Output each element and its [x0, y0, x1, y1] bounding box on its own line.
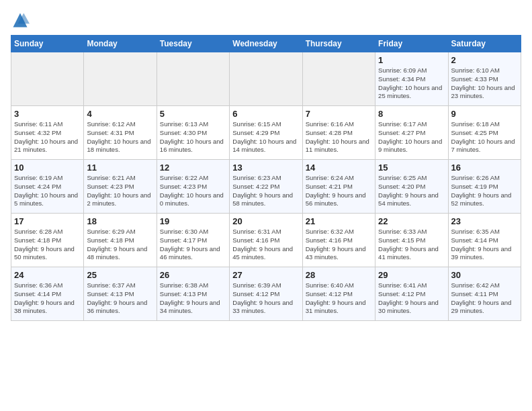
- calendar-cell: 12Sunrise: 6:22 AM Sunset: 4:23 PM Dayli…: [157, 160, 229, 214]
- weekday-header: Thursday: [302, 36, 375, 52]
- day-number: 13: [232, 163, 299, 173]
- calendar-header: SundayMondayTuesdayWednesdayThursdayFrid…: [11, 36, 521, 52]
- day-info: Sunrise: 6:10 AM Sunset: 4:33 PM Dayligh…: [451, 66, 518, 101]
- day-number: 20: [232, 216, 299, 226]
- calendar-cell: [302, 52, 375, 106]
- day-number: 12: [160, 163, 226, 173]
- calendar-cell: 10Sunrise: 6:19 AM Sunset: 4:24 PM Dayli…: [11, 160, 84, 214]
- calendar-cell: [84, 52, 157, 106]
- calendar-cell: 3Sunrise: 6:11 AM Sunset: 4:32 PM Daylig…: [11, 106, 84, 160]
- day-info: Sunrise: 6:13 AM Sunset: 4:30 PM Dayligh…: [160, 120, 226, 154]
- calendar-cell: [157, 52, 229, 106]
- day-info: Sunrise: 6:21 AM Sunset: 4:23 PM Dayligh…: [87, 174, 153, 208]
- calendar-cell: 5Sunrise: 6:13 AM Sunset: 4:30 PM Daylig…: [157, 106, 229, 160]
- day-number: 26: [160, 270, 226, 280]
- weekday-header: Sunday: [11, 36, 84, 52]
- day-number: 7: [306, 109, 372, 119]
- calendar-cell: 15Sunrise: 6:25 AM Sunset: 4:20 PM Dayli…: [375, 160, 448, 214]
- calendar-cell: 9Sunrise: 6:18 AM Sunset: 4:25 PM Daylig…: [448, 106, 521, 160]
- day-info: Sunrise: 6:16 AM Sunset: 4:28 PM Dayligh…: [306, 120, 372, 154]
- calendar-cell: 14Sunrise: 6:24 AM Sunset: 4:21 PM Dayli…: [302, 160, 375, 214]
- calendar-body: 1Sunrise: 6:09 AM Sunset: 4:34 PM Daylig…: [11, 52, 521, 321]
- day-number: 27: [232, 270, 299, 280]
- day-number: 17: [14, 216, 81, 226]
- calendar-table: SundayMondayTuesdayWednesdayThursdayFrid…: [11, 35, 521, 321]
- day-number: 14: [306, 163, 372, 173]
- day-info: Sunrise: 6:29 AM Sunset: 4:18 PM Dayligh…: [87, 228, 153, 262]
- calendar-cell: 23Sunrise: 6:35 AM Sunset: 4:14 PM Dayli…: [448, 214, 521, 267]
- day-number: 15: [378, 163, 445, 173]
- day-info: Sunrise: 6:33 AM Sunset: 4:15 PM Dayligh…: [378, 228, 445, 262]
- weekday-header: Wednesday: [230, 36, 302, 52]
- day-number: 22: [378, 216, 445, 226]
- day-info: Sunrise: 6:19 AM Sunset: 4:24 PM Dayligh…: [14, 174, 81, 208]
- day-number: 18: [87, 216, 153, 226]
- day-info: Sunrise: 6:31 AM Sunset: 4:16 PM Dayligh…: [232, 228, 299, 262]
- day-info: Sunrise: 6:41 AM Sunset: 4:12 PM Dayligh…: [378, 281, 445, 316]
- day-info: Sunrise: 6:39 AM Sunset: 4:12 PM Dayligh…: [232, 281, 299, 316]
- day-number: 8: [378, 109, 445, 119]
- calendar-cell: 30Sunrise: 6:42 AM Sunset: 4:11 PM Dayli…: [448, 267, 521, 321]
- day-info: Sunrise: 6:36 AM Sunset: 4:14 PM Dayligh…: [14, 281, 81, 316]
- calendar-cell: 17Sunrise: 6:28 AM Sunset: 4:18 PM Dayli…: [11, 214, 84, 267]
- day-number: 16: [451, 163, 518, 173]
- calendar-cell: 13Sunrise: 6:23 AM Sunset: 4:22 PM Dayli…: [230, 160, 302, 214]
- calendar-cell: 11Sunrise: 6:21 AM Sunset: 4:23 PM Dayli…: [84, 160, 157, 214]
- day-info: Sunrise: 6:42 AM Sunset: 4:11 PM Dayligh…: [451, 281, 518, 316]
- day-info: Sunrise: 6:22 AM Sunset: 4:23 PM Dayligh…: [160, 174, 226, 208]
- calendar-cell: 27Sunrise: 6:39 AM Sunset: 4:12 PM Dayli…: [230, 267, 302, 321]
- day-number: 19: [160, 216, 226, 226]
- day-number: 5: [160, 109, 226, 119]
- day-info: Sunrise: 6:12 AM Sunset: 4:31 PM Dayligh…: [87, 120, 153, 154]
- day-info: Sunrise: 6:30 AM Sunset: 4:17 PM Dayligh…: [160, 228, 226, 262]
- day-number: 29: [378, 270, 445, 280]
- calendar-cell: 2Sunrise: 6:10 AM Sunset: 4:33 PM Daylig…: [448, 52, 521, 106]
- page-header: [11, 11, 521, 30]
- day-number: 3: [14, 109, 81, 119]
- day-number: 21: [306, 216, 372, 226]
- calendar-cell: 7Sunrise: 6:16 AM Sunset: 4:28 PM Daylig…: [302, 106, 375, 160]
- calendar-cell: [11, 52, 84, 106]
- day-info: Sunrise: 6:18 AM Sunset: 4:25 PM Dayligh…: [451, 120, 518, 154]
- day-number: 25: [87, 270, 153, 280]
- weekday-header: Tuesday: [157, 36, 229, 52]
- day-number: 28: [306, 270, 372, 280]
- day-number: 30: [451, 270, 518, 280]
- weekday-header: Saturday: [448, 36, 521, 52]
- day-info: Sunrise: 6:32 AM Sunset: 4:16 PM Dayligh…: [306, 228, 372, 262]
- day-number: 9: [451, 109, 518, 119]
- calendar-cell: 4Sunrise: 6:12 AM Sunset: 4:31 PM Daylig…: [84, 106, 157, 160]
- day-number: 4: [87, 109, 153, 119]
- calendar-cell: [230, 52, 302, 106]
- calendar-cell: 29Sunrise: 6:41 AM Sunset: 4:12 PM Dayli…: [375, 267, 448, 321]
- day-info: Sunrise: 6:38 AM Sunset: 4:13 PM Dayligh…: [160, 281, 226, 316]
- day-number: 24: [14, 270, 81, 280]
- day-info: Sunrise: 6:11 AM Sunset: 4:32 PM Dayligh…: [14, 120, 81, 154]
- calendar-week-row: 17Sunrise: 6:28 AM Sunset: 4:18 PM Dayli…: [11, 214, 521, 267]
- day-info: Sunrise: 6:17 AM Sunset: 4:27 PM Dayligh…: [378, 120, 445, 154]
- weekday-row: SundayMondayTuesdayWednesdayThursdayFrid…: [11, 36, 521, 52]
- calendar-cell: 22Sunrise: 6:33 AM Sunset: 4:15 PM Dayli…: [375, 214, 448, 267]
- calendar-cell: 6Sunrise: 6:15 AM Sunset: 4:29 PM Daylig…: [230, 106, 302, 160]
- day-number: 6: [232, 109, 299, 119]
- day-number: 10: [14, 163, 81, 173]
- day-number: 1: [378, 55, 445, 65]
- calendar-cell: 19Sunrise: 6:30 AM Sunset: 4:17 PM Dayli…: [157, 214, 229, 267]
- logo-icon: [11, 11, 30, 30]
- calendar-cell: 20Sunrise: 6:31 AM Sunset: 4:16 PM Dayli…: [230, 214, 302, 267]
- calendar-cell: 8Sunrise: 6:17 AM Sunset: 4:27 PM Daylig…: [375, 106, 448, 160]
- weekday-header: Monday: [84, 36, 157, 52]
- day-info: Sunrise: 6:40 AM Sunset: 4:12 PM Dayligh…: [306, 281, 372, 316]
- calendar-cell: 26Sunrise: 6:38 AM Sunset: 4:13 PM Dayli…: [157, 267, 229, 321]
- day-info: Sunrise: 6:26 AM Sunset: 4:19 PM Dayligh…: [451, 174, 518, 208]
- calendar-cell: 16Sunrise: 6:26 AM Sunset: 4:19 PM Dayli…: [448, 160, 521, 214]
- calendar-cell: 18Sunrise: 6:29 AM Sunset: 4:18 PM Dayli…: [84, 214, 157, 267]
- day-info: Sunrise: 6:15 AM Sunset: 4:29 PM Dayligh…: [232, 120, 299, 154]
- day-info: Sunrise: 6:37 AM Sunset: 4:13 PM Dayligh…: [87, 281, 153, 316]
- calendar-cell: 21Sunrise: 6:32 AM Sunset: 4:16 PM Dayli…: [302, 214, 375, 267]
- day-info: Sunrise: 6:24 AM Sunset: 4:21 PM Dayligh…: [306, 174, 372, 208]
- logo: [11, 11, 32, 30]
- day-info: Sunrise: 6:09 AM Sunset: 4:34 PM Dayligh…: [378, 66, 445, 101]
- day-info: Sunrise: 6:23 AM Sunset: 4:22 PM Dayligh…: [232, 174, 299, 208]
- day-info: Sunrise: 6:25 AM Sunset: 4:20 PM Dayligh…: [378, 174, 445, 208]
